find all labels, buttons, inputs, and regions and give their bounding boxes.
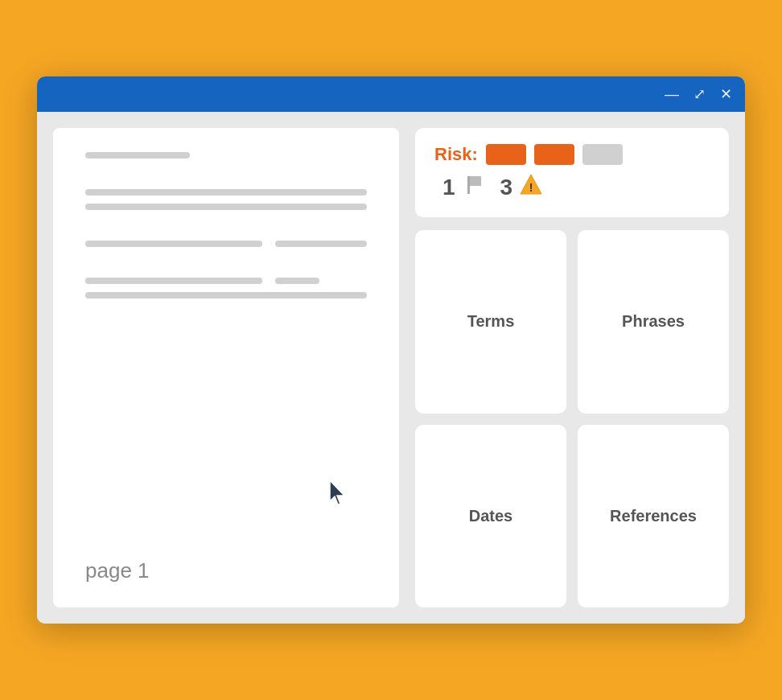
- risk-label: Risk:: [434, 144, 478, 165]
- doc-line: [85, 241, 262, 247]
- close-button[interactable]: ✕: [720, 87, 732, 101]
- content-area: page 1 Risk: 1: [37, 112, 745, 624]
- phrases-label: Phrases: [622, 312, 685, 331]
- references-card[interactable]: References: [578, 425, 729, 608]
- risk-bar-low: [582, 144, 623, 165]
- cursor: [327, 479, 351, 511]
- window-controls: — ⤢ ✕: [665, 87, 732, 101]
- terms-card[interactable]: Terms: [415, 230, 566, 414]
- line-group-3: [85, 241, 367, 255]
- page-label: page 1: [85, 546, 367, 583]
- col-left: [85, 241, 262, 255]
- doc-line: [275, 241, 367, 247]
- col-left-2: [85, 278, 262, 292]
- doc-line: [275, 278, 319, 284]
- line-group-1: [85, 152, 367, 167]
- doc-line: [85, 189, 367, 196]
- risk-bar-high: [486, 144, 526, 165]
- svg-text:!: !: [529, 181, 533, 194]
- two-col-lines: [85, 241, 367, 255]
- titlebar: — ⤢ ✕: [37, 76, 745, 112]
- grid-cards: Terms Phrases Dates References: [415, 230, 729, 607]
- flag-icon: [462, 173, 484, 201]
- risk-stats-row: 1 3 !: [434, 173, 710, 201]
- document-panel: page 1: [53, 128, 399, 607]
- svg-rect-0: [467, 176, 470, 194]
- two-col-lines-2: [85, 278, 367, 292]
- line-group-4: [85, 278, 367, 307]
- phrases-card[interactable]: Phrases: [578, 230, 729, 414]
- references-label: References: [610, 507, 697, 525]
- document-lines: [85, 152, 367, 546]
- col-right-2: [275, 278, 367, 292]
- doc-line: [85, 292, 367, 299]
- dates-card[interactable]: Dates: [415, 425, 566, 608]
- line-group-2: [85, 189, 367, 218]
- maximize-button[interactable]: ⤢: [694, 87, 706, 101]
- risk-bar-medium: [534, 144, 574, 165]
- risk-row: Risk:: [434, 144, 710, 165]
- risk-card: Risk: 1 3: [415, 128, 729, 217]
- col-right: [275, 241, 367, 255]
- dates-label: Dates: [469, 507, 512, 525]
- app-window: — ⤢ ✕: [37, 76, 745, 624]
- flag-count: 1: [442, 175, 455, 200]
- right-panel: Risk: 1 3: [415, 128, 729, 607]
- terms-label: Terms: [467, 312, 515, 331]
- minimize-button[interactable]: —: [665, 87, 679, 101]
- doc-line: [85, 204, 367, 210]
- warning-icon: !: [519, 173, 543, 201]
- doc-line: [85, 278, 262, 284]
- warning-count: 3: [500, 175, 513, 200]
- doc-line: [85, 152, 190, 159]
